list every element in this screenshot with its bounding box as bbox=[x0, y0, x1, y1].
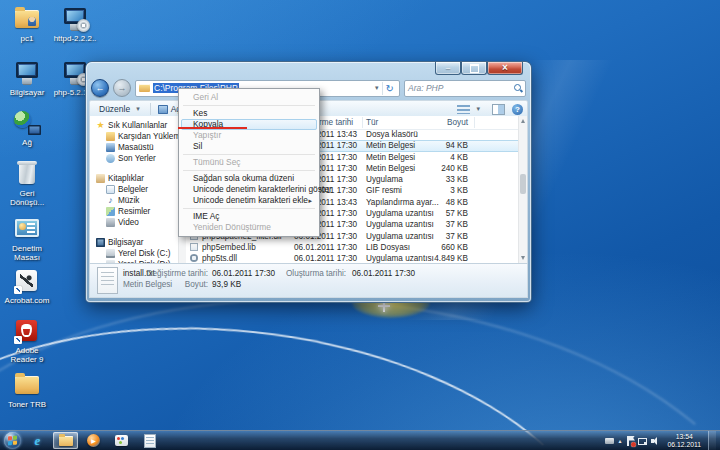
sidebar-item-label: Resimler bbox=[118, 207, 150, 216]
context-menu-item-sil[interactable]: Sil bbox=[181, 141, 317, 152]
cell-size: 94 KB bbox=[412, 141, 468, 150]
desktop-icon-denetim-masas-[interactable]: Denetim Masası bbox=[4, 216, 50, 262]
sidebar-item-video[interactable]: Video bbox=[90, 217, 178, 228]
taskbar-app-explorer[interactable] bbox=[53, 432, 78, 449]
taskbar-app-ie[interactable]: e bbox=[25, 432, 50, 449]
back-button[interactable]: ← bbox=[91, 79, 109, 97]
desktop-icon-label: httpd-2.2.2.. bbox=[52, 34, 98, 43]
installer-icon bbox=[60, 6, 90, 32]
start-button[interactable] bbox=[4, 432, 21, 449]
cell-type: LIB Dosyası bbox=[366, 243, 410, 252]
maximize-button[interactable] bbox=[461, 62, 487, 75]
sidebar-item-kar-dan-y-klem[interactable]: Karşıdan Yüklem bbox=[90, 131, 178, 142]
folder-icon bbox=[12, 372, 42, 398]
sidebar-item-belgeler[interactable]: Belgeler bbox=[90, 184, 178, 195]
volume-icon[interactable] bbox=[651, 436, 660, 445]
close-button[interactable]: × bbox=[487, 62, 523, 75]
scroll-down-icon[interactable] bbox=[521, 256, 525, 260]
column-divider bbox=[362, 117, 363, 128]
table-row[interactable]: php5embed.lib06.01.2011 17:30LIB Dosyası… bbox=[186, 242, 519, 253]
desktop-icon-geri-d-n-[interactable]: Geri Dönüşü... bbox=[4, 161, 50, 207]
preview-pane-icon[interactable] bbox=[492, 104, 505, 115]
clock-date: 06.12.2011 bbox=[667, 441, 701, 449]
context-menu-item-t-m-n-se-: Tümünü Seç bbox=[181, 157, 317, 168]
context-menu-item-geri-al: Geri Al bbox=[181, 92, 317, 103]
sidebar-item-s-k-kullan-lanlar[interactable]: ★Sık Kullanılanlar bbox=[90, 120, 178, 131]
modified-label: Değiştirme tarihi: bbox=[130, 269, 208, 278]
sidebar-item-kitapl-klar[interactable]: Kitaplıklar bbox=[90, 173, 178, 184]
context-menu-item-sa-dan-sola-okuma-d-zeni[interactable]: Sağdan sola okuma düzeni bbox=[181, 173, 317, 184]
column-header-type[interactable]: Tür bbox=[366, 118, 378, 127]
context-menu-item-yeniden-d-n-t-rme: Yeniden Dönüştürme bbox=[181, 222, 317, 233]
context-menu-item-ime-a-[interactable]: IME Aç bbox=[181, 211, 317, 222]
context-menu-item-unicode-denetim-karakteri-ekle[interactable]: Unicode denetim karakteri ekle▸ bbox=[181, 195, 317, 206]
network-icon[interactable] bbox=[638, 437, 647, 445]
sidebar-item-m-zik[interactable]: ♪Müzik bbox=[90, 195, 178, 206]
sidebar-item-yerel-disk-c-[interactable]: Yerel Disk (C:) bbox=[90, 248, 178, 259]
show-desktop-button[interactable] bbox=[708, 431, 716, 450]
views-button[interactable]: ▾ bbox=[455, 102, 485, 116]
table-row[interactable]: php5ts.dll06.01.2011 17:30Uygulama uzant… bbox=[186, 253, 519, 263]
forward-button[interactable]: → bbox=[113, 79, 131, 97]
show-hidden-icons[interactable]: ▲ bbox=[618, 438, 623, 444]
column-header-size[interactable]: Boyut bbox=[412, 118, 468, 127]
desktop-icon-bilgisayar[interactable]: Bilgisayar bbox=[4, 60, 50, 97]
size-value: 93,9 KB bbox=[212, 280, 241, 289]
taskbar-clock[interactable]: 13:54 06.12.2011 bbox=[664, 433, 704, 449]
taskbar: e▶ ▲ 13:54 06.12.2011 bbox=[0, 430, 720, 450]
acrobat-icon bbox=[12, 268, 42, 294]
shortcut-arrow-icon bbox=[14, 336, 22, 344]
cell-size: 3 KB bbox=[412, 186, 468, 195]
taskbar-app-notepad[interactable] bbox=[137, 432, 162, 449]
chevron-down-icon: ▾ bbox=[133, 105, 143, 113]
sidebar-item-masa-st-[interactable]: Masaüstü bbox=[90, 142, 178, 153]
organize-button[interactable]: Düzenle ▾ bbox=[94, 102, 148, 116]
search-input[interactable]: Ara: PHP bbox=[404, 80, 526, 97]
device-tray-icon[interactable] bbox=[605, 438, 614, 444]
notepad-icon bbox=[144, 434, 156, 448]
list-scrollbar[interactable] bbox=[518, 116, 527, 263]
chevron-down-icon: ▾ bbox=[473, 105, 483, 113]
desktop-icon-a-[interactable]: Ağ bbox=[4, 110, 50, 147]
desktop-icon-pc1[interactable]: pc1 bbox=[4, 6, 50, 43]
recycle-bin-icon bbox=[12, 161, 42, 187]
scrollbar-thumb[interactable] bbox=[520, 174, 526, 194]
cell-size: 240 KB bbox=[412, 164, 468, 173]
help-icon[interactable]: ? bbox=[512, 104, 523, 115]
modified-value: 06.01.2011 17:30 bbox=[212, 269, 275, 278]
shortcut-arrow-icon bbox=[14, 286, 22, 294]
ie-icon: e bbox=[35, 433, 41, 449]
action-center-icon[interactable] bbox=[626, 436, 634, 446]
list-view-icon bbox=[457, 105, 470, 114]
taskbar-app-wmp[interactable]: ▶ bbox=[81, 432, 106, 449]
desktop-icon-label: Denetim Masası bbox=[4, 244, 50, 262]
desktop-icon-label: Adobe Reader 9 bbox=[4, 346, 50, 364]
sidebar-item-label: Kitaplıklar bbox=[108, 174, 144, 183]
sidebar-item-resimler[interactable]: Resimler bbox=[90, 206, 178, 217]
minimize-button[interactable]: – bbox=[435, 62, 461, 75]
scroll-up-icon[interactable] bbox=[521, 119, 525, 123]
adobe-reader-icon bbox=[12, 318, 42, 344]
desktop-icon-label: Bilgisayar bbox=[4, 88, 50, 97]
taskbar-app-paint[interactable] bbox=[109, 432, 134, 449]
video-icon bbox=[106, 218, 115, 227]
desktop-icon-toner-trb[interactable]: Toner TRB bbox=[4, 372, 50, 409]
refresh-icon[interactable]: ↻ bbox=[382, 82, 397, 95]
sidebar-item-son-yerler[interactable]: Son Yerler bbox=[90, 153, 178, 164]
view-controls: ▾ ? bbox=[455, 102, 523, 116]
wallpaper-arc bbox=[0, 291, 635, 450]
sidebar-item-bilgisayar[interactable]: Bilgisayar bbox=[90, 237, 178, 248]
desktop-icon-label: Toner TRB bbox=[4, 400, 50, 409]
search-icon[interactable] bbox=[514, 84, 522, 92]
shared-folder-icon bbox=[12, 6, 42, 32]
address-dropdown-icon[interactable]: ▾ bbox=[372, 84, 382, 92]
menu-separator bbox=[183, 105, 315, 106]
context-menu-item-unicode-denetim-karakterlerini-g-ster[interactable]: Unicode denetim karakterlerini göster bbox=[181, 184, 317, 195]
cell-size: 57 KB bbox=[412, 209, 468, 218]
toolbar-divider bbox=[150, 103, 151, 115]
context-menu-item-kes[interactable]: Kes bbox=[181, 108, 317, 119]
desktop-icon-acrobat-com[interactable]: Acrobat.com bbox=[4, 268, 50, 305]
desktop-icon-httpd-2-2-2-[interactable]: httpd-2.2.2.. bbox=[52, 6, 98, 43]
desktop-icon-adobe-reader-9[interactable]: Adobe Reader 9 bbox=[4, 318, 50, 364]
cell-name: php5ts.dll bbox=[202, 254, 237, 263]
